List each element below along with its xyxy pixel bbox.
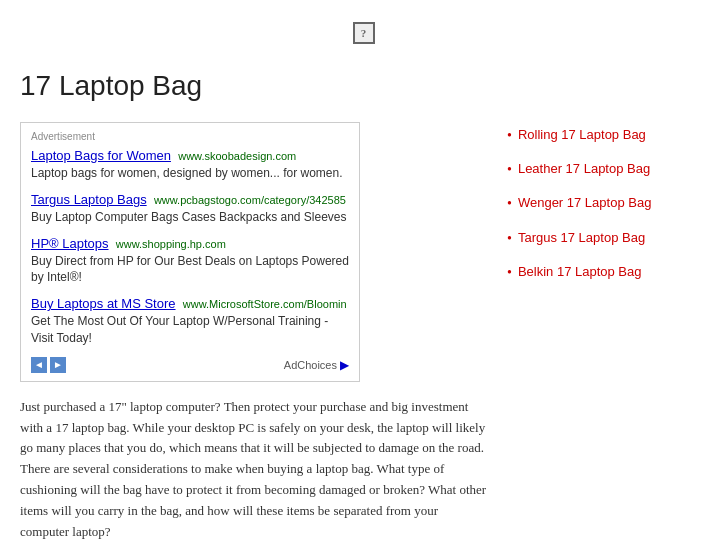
sidebar-bullet-3: • <box>507 230 512 248</box>
ad-next-button[interactable]: ► <box>50 357 66 373</box>
ad-item-1: Targus Laptop Bags www.pcbagstogo.com/ca… <box>31 192 349 226</box>
sidebar-item-2: • Wenger 17 Laptop Bag <box>507 195 707 213</box>
ad-url-2: www.shopping.hp.com <box>116 238 226 250</box>
ad-choices[interactable]: AdChoices ▶ <box>284 358 349 372</box>
sidebar-link-4[interactable]: Belkin 17 Laptop Bag <box>518 264 642 281</box>
sidebar-bullet-2: • <box>507 195 512 213</box>
ad-description-2: Buy Direct from HP for Our Best Deals on… <box>31 253 349 287</box>
ad-item-0: Laptop Bags for Women www.skoobadesign.c… <box>31 148 349 182</box>
ad-title-2[interactable]: HP® Laptops <box>31 236 109 251</box>
main-layout: Advertisement Laptop Bags for Women www.… <box>20 122 707 542</box>
ad-title-0[interactable]: Laptop Bags for Women <box>31 148 171 163</box>
ad-item-3: Buy Laptops at MS Store www.MicrosoftSto… <box>31 296 349 347</box>
ad-items-container: Laptop Bags for Women www.skoobadesign.c… <box>31 148 349 347</box>
ad-item-2: HP® Laptops www.shopping.hp.com Buy Dire… <box>31 236 349 287</box>
ad-url-0: www.skoobadesign.com <box>178 150 296 162</box>
top-image-area: ? <box>20 0 707 60</box>
sidebar-list: • Rolling 17 Laptop Bag • Leather 17 Lap… <box>507 127 707 282</box>
ad-block: Advertisement Laptop Bags for Women www.… <box>20 122 360 382</box>
sidebar-bullet-4: • <box>507 264 512 282</box>
ad-nav: ◄ ► <box>31 357 66 373</box>
ad-description-0: Laptop bags for women, designed by women… <box>31 165 349 182</box>
sidebar-link-0[interactable]: Rolling 17 Laptop Bag <box>518 127 646 144</box>
left-column: Advertisement Laptop Bags for Women www.… <box>20 122 487 542</box>
sidebar-link-3[interactable]: Targus 17 Laptop Bag <box>518 230 645 247</box>
ad-footer: ◄ ► AdChoices ▶ <box>31 357 349 373</box>
right-column: • Rolling 17 Laptop Bag • Leather 17 Lap… <box>507 122 707 542</box>
header-image: ? <box>353 22 375 44</box>
ad-description-3: Get The Most Out Of Your Laptop W/Person… <box>31 313 349 347</box>
page-title: 17 Laptop Bag <box>20 60 707 117</box>
ad-label: Advertisement <box>31 131 349 142</box>
ad-url-1: www.pcbagstogo.com/category/342585 <box>154 194 346 206</box>
ad-url-3: www.MicrosoftStore.com/Bloomin <box>183 298 347 310</box>
ad-choices-arrow: ▶ <box>340 358 349 372</box>
sidebar-item-0: • Rolling 17 Laptop Bag <box>507 127 707 145</box>
ad-choices-label: AdChoices <box>284 359 337 371</box>
sidebar-link-2[interactable]: Wenger 17 Laptop Bag <box>518 195 651 212</box>
sidebar-bullet-0: • <box>507 127 512 145</box>
ad-description-1: Buy Laptop Computer Bags Cases Backpacks… <box>31 209 349 226</box>
sidebar-link-1[interactable]: Leather 17 Laptop Bag <box>518 161 650 178</box>
sidebar-bullet-1: • <box>507 161 512 179</box>
page-wrapper: ? 17 Laptop Bag Advertisement Laptop Bag… <box>0 0 727 545</box>
ad-prev-button[interactable]: ◄ <box>31 357 47 373</box>
ad-title-1[interactable]: Targus Laptop Bags <box>31 192 147 207</box>
sidebar-item-3: • Targus 17 Laptop Bag <box>507 230 707 248</box>
sidebar-item-1: • Leather 17 Laptop Bag <box>507 161 707 179</box>
ad-title-3[interactable]: Buy Laptops at MS Store <box>31 296 176 311</box>
body-text: Just purchased a 17" laptop computer? Th… <box>20 397 487 543</box>
sidebar-item-4: • Belkin 17 Laptop Bag <box>507 264 707 282</box>
